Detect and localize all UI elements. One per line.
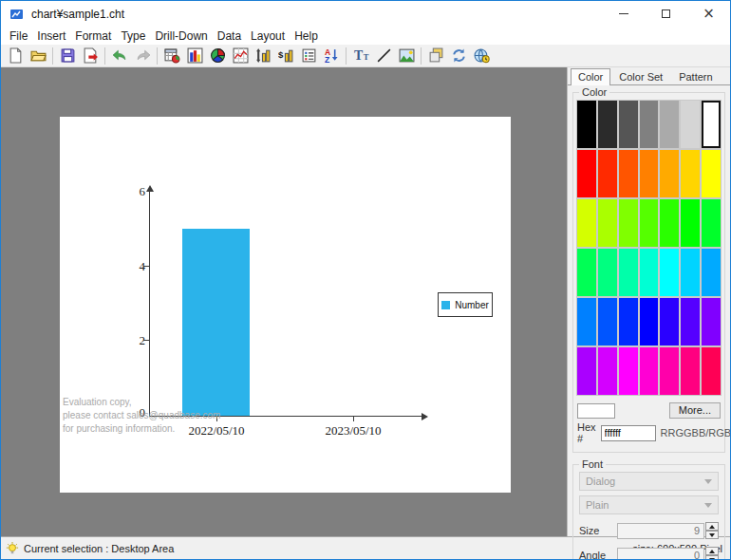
font-style-select[interactable]: Plain — [579, 495, 719, 514]
palette-swatch[interactable] — [577, 101, 596, 148]
palette-swatch[interactable] — [619, 298, 638, 345]
size-input[interactable]: 9 — [617, 523, 704, 539]
palette-swatch[interactable] — [577, 150, 596, 197]
tab-color-set[interactable]: Color Set — [611, 68, 670, 84]
export-document-button[interactable] — [79, 46, 102, 66]
maximize-button[interactable] — [645, 1, 687, 27]
palette-swatch[interactable] — [598, 249, 617, 296]
currency-format-button[interactable]: $ — [274, 46, 297, 66]
menu-data[interactable]: Data — [213, 28, 246, 44]
palette-swatch[interactable] — [640, 249, 659, 296]
menu-layout[interactable]: Layout — [246, 28, 290, 44]
font-format-button[interactable]: TT — [349, 46, 372, 66]
palette-swatch[interactable] — [619, 150, 638, 197]
angle-input[interactable]: 0 — [617, 548, 704, 560]
palette-swatch[interactable] — [619, 347, 638, 395]
palette-swatch[interactable] — [577, 347, 596, 395]
palette-swatch[interactable] — [640, 298, 659, 345]
palette-swatch[interactable] — [640, 101, 659, 148]
bar-chart-type-button[interactable] — [183, 46, 206, 66]
palette-swatch[interactable] — [619, 199, 638, 247]
draw-line-button[interactable] — [372, 46, 395, 66]
palette-swatch[interactable] — [702, 249, 721, 296]
open-file-button[interactable] — [27, 46, 49, 66]
palette-swatch[interactable] — [619, 101, 638, 148]
chart-canvas[interactable]: 6 4 2 0 2022/05/10 2023/05/10 Number Eva… — [60, 117, 511, 493]
undo-icon — [112, 47, 128, 64]
palette-swatch[interactable] — [681, 150, 700, 197]
hex-input[interactable] — [601, 425, 656, 441]
angle-decrement-button[interactable] — [705, 555, 719, 560]
palette-swatch[interactable] — [640, 199, 659, 247]
line-chart-type-button[interactable] — [229, 46, 252, 66]
palette-swatch[interactable] — [640, 347, 659, 395]
size-increment-button[interactable] — [705, 522, 719, 531]
tab-pattern[interactable]: Pattern — [671, 68, 720, 84]
palette-swatch[interactable] — [681, 347, 700, 395]
close-button[interactable]: × — [687, 1, 730, 27]
pie-chart-type-button[interactable] — [206, 46, 229, 66]
size-decrement-button[interactable] — [705, 531, 719, 539]
palette-swatch[interactable] — [598, 150, 617, 197]
font-family-select[interactable]: Dialog — [579, 472, 719, 491]
palette-swatch[interactable] — [660, 347, 679, 395]
legend-toggle-button[interactable] — [297, 46, 320, 66]
palette-swatch[interactable] — [619, 249, 638, 296]
palette-swatch[interactable] — [702, 298, 721, 345]
hex-format-label: RRGGBB/RGB — [661, 427, 731, 439]
palette-swatch[interactable] — [681, 101, 700, 148]
format-panel: Color Color Set Pattern Color More... He… — [567, 67, 730, 536]
palette-swatch[interactable] — [660, 101, 679, 148]
palette-swatch[interactable] — [598, 199, 617, 247]
palette-swatch[interactable] — [681, 298, 700, 345]
menu-insert[interactable]: Insert — [32, 28, 70, 44]
chart-legend[interactable]: Number — [438, 292, 493, 317]
palette-swatch[interactable] — [660, 150, 679, 197]
undo-button[interactable] — [108, 46, 131, 66]
refresh-data-button[interactable] — [447, 46, 470, 66]
redo-icon — [135, 47, 151, 64]
palette-swatch[interactable] — [702, 101, 721, 148]
more-colors-button[interactable]: More... — [669, 402, 721, 419]
menu-type[interactable]: Type — [116, 28, 150, 44]
minimize-button[interactable] — [602, 1, 645, 27]
menu-help[interactable]: Help — [290, 28, 323, 44]
palette-swatch[interactable] — [577, 249, 596, 296]
palette-swatch[interactable] — [681, 199, 700, 247]
data-sheet-button[interactable] — [160, 46, 183, 66]
palette-swatch[interactable] — [577, 298, 596, 345]
palette-swatch[interactable] — [660, 199, 679, 247]
menu-file[interactable]: File — [5, 28, 32, 44]
menu-drill-down[interactable]: Drill-Down — [150, 28, 212, 44]
angle-increment-button[interactable] — [705, 547, 719, 555]
tab-color[interactable]: Color — [571, 68, 610, 85]
value-axis-scale-button[interactable] — [252, 46, 274, 66]
font-group-label: Font — [579, 458, 606, 470]
palette-swatch[interactable] — [598, 101, 617, 148]
svg-text:Z: Z — [325, 55, 329, 64]
current-color-swatch — [577, 403, 615, 419]
desktop-area[interactable]: 6 4 2 0 2022/05/10 2023/05/10 Number Eva… — [1, 67, 567, 536]
palette-swatch[interactable] — [702, 199, 721, 247]
palette-swatch[interactable] — [577, 199, 596, 247]
palette-swatch[interactable] — [702, 150, 721, 197]
insert-image-button[interactable] — [395, 46, 418, 66]
sort-data-button[interactable]: AZ — [320, 46, 343, 66]
palette-swatch[interactable] — [640, 150, 659, 197]
palette-swatch[interactable] — [681, 249, 700, 296]
palette-swatch[interactable] — [660, 249, 679, 296]
bar-series-number[interactable] — [182, 229, 250, 416]
redo-button[interactable] — [131, 46, 154, 66]
palette-swatch[interactable] — [598, 347, 617, 395]
x-tick — [353, 416, 354, 421]
new-document-button[interactable] — [4, 46, 27, 66]
menu-format[interactable]: Format — [70, 28, 116, 44]
palette-swatch[interactable] — [660, 298, 679, 345]
export-web-button[interactable] — [470, 46, 493, 66]
palette-swatch[interactable] — [702, 347, 721, 395]
angle-label: Angle — [579, 550, 617, 560]
copy-chart-button[interactable] — [424, 46, 447, 66]
save-button[interactable] — [56, 46, 79, 66]
palette-swatch[interactable] — [598, 298, 617, 345]
toolbar-separator — [346, 47, 347, 65]
